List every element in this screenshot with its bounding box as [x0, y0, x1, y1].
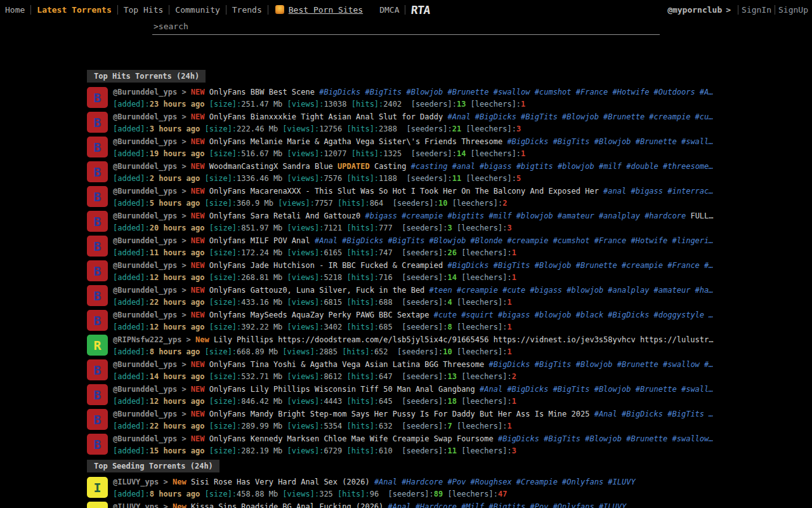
uploader-avatar[interactable]: B: [87, 87, 108, 108]
torrent-title[interactable]: Onlyfans MILF POV Anal: [209, 236, 310, 245]
nav-divider: [30, 5, 31, 15]
torrent-title[interactable]: OnlyFans Bianxxxkie Tight Asian Anal Slu…: [209, 112, 443, 121]
tag-links[interactable]: #bigass #creampie #bigtits #milf #blowjo…: [365, 211, 686, 220]
uploader-avatar[interactable]: B: [87, 434, 108, 455]
uploader-avatar[interactable]: R: [87, 335, 108, 356]
tag-links[interactable]: #BigDicks #BigTits #Blowjob #Brunette #s…: [498, 434, 714, 443]
uploader-avatar[interactable]: B: [87, 384, 108, 405]
uploader-link[interactable]: @Burunddel_yps: [113, 311, 177, 319]
torrent-title[interactable]: OnlyFans BBW Best Scene: [209, 88, 315, 97]
tag-links[interactable]: #Anal #BigDicks #BigTits #Blowjob #Brune…: [447, 112, 713, 121]
torrent-title[interactable]: OnlyFans Mandy Bright Step-mom Says Her …: [209, 410, 590, 418]
tag-links[interactable]: #Anal #BigDicks #BigTits #Blowjob #Brune…: [480, 385, 713, 394]
seeders-label: [seeders]:: [402, 446, 447, 455]
size-value: 282.19 Mb: [241, 446, 282, 455]
uploader-link[interactable]: @ILUVY_yps: [113, 502, 159, 508]
uploader-link[interactable]: @Burunddel_yps: [113, 286, 177, 295]
torrent-title[interactable]: Kissa Sins Roadside BG Anal Fucking (202…: [191, 502, 383, 508]
tag-links[interactable]: #anal #bigass #interrac…: [603, 187, 713, 196]
uploader-avatar[interactable]: B: [87, 409, 108, 430]
hits-label: [hits]:: [351, 149, 384, 158]
leechers-value: 1: [507, 298, 511, 307]
uploader-link[interactable]: @Burunddel_yps: [113, 261, 177, 270]
uploader-avatar[interactable]: B: [87, 310, 108, 331]
uploader-link[interactable]: @Burunddel_yps: [113, 360, 177, 369]
added-value: 22 hours ago: [150, 298, 205, 307]
stats-line: [added]:14 hours ago [size]:532.71 Mb [v…: [113, 371, 730, 383]
uploader-avatar[interactable]: B: [87, 236, 108, 257]
size-label: [size]:: [205, 490, 237, 498]
signin-link[interactable]: SignIn: [742, 5, 771, 15]
torrent-title[interactable]: OnlyFans Lily Phillips Wisconsin Tiff 50…: [209, 385, 475, 394]
uploader-link[interactable]: @Burunddel_yps: [113, 162, 177, 171]
uploader-link[interactable]: @Burunddel_yps: [113, 236, 177, 245]
uploader-link[interactable]: @ILUVY_yps: [113, 478, 159, 486]
nav-item-community[interactable]: Community: [175, 5, 219, 15]
torrent-title[interactable]: OnlyFans Melanie Marie & Agatha Vega Sis…: [209, 137, 502, 146]
uploader-avatar[interactable]: B: [87, 186, 108, 207]
torrent-title[interactable]: OnlyFans Gattouz0, Luna Silver, Fuck in …: [209, 286, 425, 295]
torrent-title[interactable]: WoodmanCastingX Sandra Blue: [209, 162, 333, 171]
tag-links[interactable]: #Anal #Hardcore #Milf #Bigtits #Pov #Onl…: [388, 502, 627, 508]
tag-links[interactable]: #Anal #Hardcore #Pov #Roughsex #Creampie…: [374, 478, 636, 486]
uploader-avatar[interactable]: B: [87, 285, 108, 306]
uploader-link[interactable]: @Burunddel_yps: [113, 112, 177, 121]
tag-links[interactable]: #Anal #BigDicks #BigTits …: [594, 410, 714, 418]
uploader-link[interactable]: @Burunddel_yps: [113, 137, 177, 146]
tag-links[interactable]: #BigDicks #BigTits #Blowjob #Brunette #s…: [319, 88, 713, 97]
torrent-title[interactable]: OnlyFans Kennedy Marksen Chloe Mae Wife …: [209, 434, 494, 443]
row-text: @Burunddel_yps > NEW Onlyfans MILF POV A…: [113, 235, 730, 259]
search-input[interactable]: [152, 20, 660, 35]
account-name[interactable]: @mypornclub: [667, 5, 722, 15]
added-label: [added]:: [113, 199, 150, 208]
views-value: 4443: [324, 397, 342, 406]
uploader-link[interactable]: @RIPNsfw222_yps: [113, 335, 181, 344]
arrow-icon: >: [181, 360, 186, 369]
account-chevron-icon: >: [726, 5, 731, 15]
nav-item-top-hits[interactable]: Top Hits: [124, 5, 164, 15]
tag-links[interactable]: #BigDicks #BigTits #Blowjob #Brunette #c…: [447, 261, 713, 270]
torrent-title[interactable]: Onlyfans MaySeeds AquaZay Perky PAWG BBC…: [209, 311, 429, 319]
size-label: [size]:: [209, 323, 242, 331]
seeders-label: [seeders]:: [411, 100, 457, 109]
size-label: [size]:: [209, 149, 242, 158]
torrent-title[interactable]: OnlyFans Jade Hutchison - IR BBC Fucked …: [209, 261, 443, 270]
torrent-title[interactable]: Lily Phillips https://doodstream.com/e/l…: [214, 335, 713, 344]
signup-link[interactable]: SignUp: [778, 5, 808, 15]
tag-links[interactable]: #BigDicks #BigTits #Blowjob #Brunette #s…: [507, 137, 713, 146]
uploader-avatar[interactable]: I: [87, 477, 108, 498]
tag-links[interactable]: #BigDicks #BigTits #Blowjob #Brunette #s…: [489, 360, 714, 369]
uploader-avatar[interactable]: B: [87, 112, 108, 133]
tag-links[interactable]: #cute #squirt #bigass #blowjob #black #B…: [434, 311, 714, 319]
hits-value: 645: [379, 397, 393, 406]
uploader-avatar[interactable]: B: [87, 359, 108, 380]
nav-item-latest-torrents[interactable]: Latest Torrents: [37, 5, 111, 15]
uploader-avatar[interactable]: B: [87, 260, 108, 281]
uploader-link[interactable]: @Burunddel_yps: [113, 385, 177, 394]
tag-links[interactable]: #Anal #BigDicks #BigTits #Blowjob #Blond…: [315, 236, 714, 245]
added-label: [added]:: [113, 248, 150, 257]
uploader-link[interactable]: @Burunddel_yps: [113, 211, 177, 220]
tag-links[interactable]: #teen #creampie #cute #bigass #blowjob #…: [429, 286, 714, 295]
uploader-link[interactable]: @Burunddel_yps: [113, 187, 177, 196]
torrent-title[interactable]: OnlyFans Tina Yoshi & Agatha Vega Asian …: [209, 360, 484, 369]
uploader-avatar[interactable]: B: [87, 137, 108, 157]
nav-item-home[interactable]: Home: [5, 5, 25, 15]
leechers-value: 1: [512, 273, 516, 282]
nav-item-trends[interactable]: Trends: [232, 5, 262, 15]
torrent-title[interactable]: OnlyFans MacarenaXXX - This Slut Was So …: [209, 187, 599, 196]
dmca-link[interactable]: DMCA: [379, 5, 399, 15]
best-porn-sites-link[interactable]: Best Porn Sites: [289, 5, 363, 15]
uploader-avatar[interactable]: B: [87, 161, 108, 182]
uploader-avatar[interactable]: B: [87, 211, 108, 232]
uploader-link[interactable]: @Burunddel_yps: [113, 410, 177, 418]
uploader-link[interactable]: @Burunddel_yps: [113, 88, 177, 97]
uploader-avatar[interactable]: I: [87, 502, 108, 508]
hits-value: 2388: [379, 124, 397, 133]
uploader-link[interactable]: @Burunddel_yps: [113, 434, 177, 443]
tag-links[interactable]: #casting #anal #bigass #bigtits #blowjob…: [411, 162, 714, 171]
added-label: [added]:: [113, 372, 150, 381]
torrent-title[interactable]: Onlyfans Sara Retali And Gattouz0: [209, 211, 360, 220]
torrent-title[interactable]: Sisi Rose Has Very Hard Anal Sex (2026): [191, 478, 370, 486]
torrent-title-post[interactable]: Casting: [374, 162, 407, 171]
